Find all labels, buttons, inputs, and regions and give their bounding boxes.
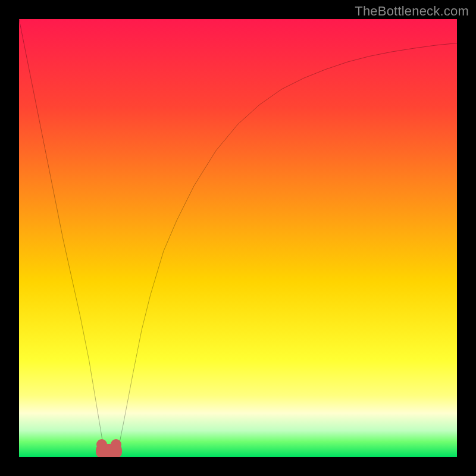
chart-frame: TheBottleneck.com [0, 0, 476, 476]
bottleneck-curve [19, 19, 457, 457]
plot-area [19, 19, 457, 457]
optimal-marker [96, 444, 122, 457]
watermark-text: TheBottleneck.com [355, 4, 469, 19]
